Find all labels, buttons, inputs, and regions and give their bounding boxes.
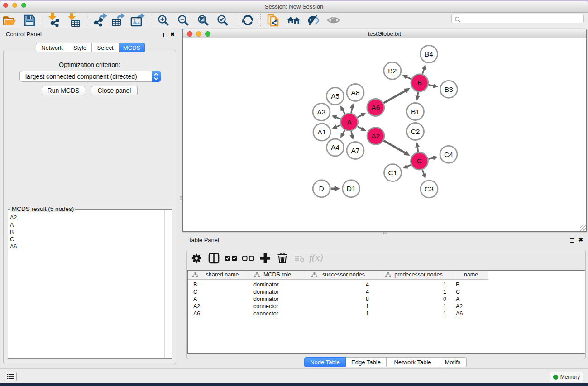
svg-text:B3: B3	[445, 86, 453, 93]
svg-text:A7: A7	[351, 147, 360, 154]
svg-text:A8: A8	[351, 89, 360, 96]
svg-text:f(x): f(x)	[309, 252, 323, 263]
svg-text:A1: A1	[318, 128, 326, 136]
svg-text:C1: C1	[388, 169, 397, 176]
svg-text:A3: A3	[317, 108, 326, 116]
svg-text:B4: B4	[425, 50, 433, 58]
svg-text:C2: C2	[411, 128, 420, 135]
svg-text:A: A	[347, 118, 352, 126]
svg-text:A4: A4	[331, 143, 339, 151]
svg-text:A2: A2	[372, 132, 380, 140]
svg-text:C4: C4	[444, 151, 453, 158]
svg-text:A5: A5	[331, 92, 339, 100]
svg-text:B2: B2	[388, 67, 397, 75]
svg-text:A6: A6	[371, 104, 380, 111]
svg-text:D: D	[319, 185, 324, 192]
svg-text:B: B	[417, 79, 422, 86]
svg-text:C3: C3	[425, 185, 434, 193]
svg-text:D1: D1	[347, 185, 356, 192]
svg-text:B1: B1	[411, 108, 420, 115]
svg-text:C: C	[417, 157, 422, 165]
